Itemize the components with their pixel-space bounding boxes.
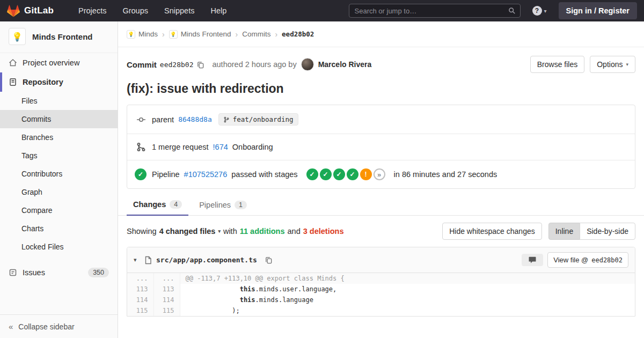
left-sidebar: 💡 Minds Frontend Project overview Reposi… bbox=[0, 21, 118, 338]
sign-in-button[interactable]: Sign in / Register bbox=[559, 2, 637, 19]
nav-snippets[interactable]: Snippets bbox=[164, 6, 194, 15]
breadcrumb-minds-frontend[interactable]: 💡 Minds Frontend bbox=[169, 30, 231, 39]
stage-warning-icon[interactable]: ! bbox=[360, 168, 372, 180]
collapse-sidebar-button[interactable]: « Collapse sidebar bbox=[0, 314, 118, 338]
sidebar-item-repository[interactable]: Repository bbox=[0, 72, 118, 92]
sidebar-item-locked-files[interactable]: Locked Files bbox=[0, 238, 118, 256]
tab-label: Changes bbox=[133, 200, 166, 209]
sidebar-item-project-overview[interactable]: Project overview bbox=[0, 53, 118, 72]
branch-chip[interactable]: feat/onboarding bbox=[218, 113, 298, 126]
merge-request-row: 1 merge request !674 Onboarding bbox=[127, 134, 635, 160]
issues-count-badge: 350 bbox=[88, 268, 109, 277]
repository-icon bbox=[9, 78, 17, 86]
new-line-number[interactable]: 114 bbox=[153, 295, 180, 305]
file-path[interactable]: src/app/app.component.ts bbox=[156, 256, 257, 264]
parent-sha-link[interactable]: 86488d8a bbox=[178, 115, 212, 123]
browse-files-button[interactable]: Browse files bbox=[530, 56, 584, 73]
sidebar-item-contributors[interactable]: Contributors bbox=[0, 165, 118, 183]
hide-whitespace-button[interactable]: Hide whitespace changes bbox=[442, 223, 542, 240]
help-dropdown[interactable]: ? ▾ bbox=[532, 6, 547, 16]
sidebar-item-files[interactable]: Files bbox=[0, 92, 118, 110]
chevron-right-icon: › bbox=[235, 30, 238, 39]
chevron-right-icon: › bbox=[162, 30, 165, 39]
changed-files-dropdown[interactable]: 4 changed files ▾ bbox=[159, 227, 221, 236]
and-label: and bbox=[288, 227, 301, 236]
stage-success-icon[interactable]: ✓ bbox=[320, 168, 332, 180]
breadcrumb-current-sha: eed28b02 bbox=[282, 30, 314, 38]
sidebar-item-tags[interactable]: Tags bbox=[0, 146, 118, 165]
breadcrumb: 💡 Minds › 💡 Minds Frontend › Commits › e… bbox=[118, 21, 644, 47]
side-by-side-view-button[interactable]: Side-by-side bbox=[580, 223, 635, 240]
author-name[interactable]: Marcelo Rivera bbox=[318, 60, 372, 69]
pipeline-status-text: passed with stages bbox=[231, 170, 297, 179]
file-diff-card: ▾ src/app/app.component.ts bbox=[127, 247, 635, 317]
code-line: this.minds.language bbox=[180, 295, 635, 305]
pipeline-label: Pipeline bbox=[152, 170, 180, 179]
file-diff-header: ▾ src/app/app.component.ts bbox=[127, 247, 635, 273]
chevron-down-icon: ▾ bbox=[626, 62, 628, 67]
old-line-number[interactable]: 115 bbox=[127, 305, 153, 316]
pipeline-id-link[interactable]: #107525276 bbox=[184, 170, 228, 179]
search-input[interactable] bbox=[354, 6, 508, 16]
collapse-label: Collapse sidebar bbox=[18, 322, 74, 331]
stage-skipped-icon[interactable]: » bbox=[374, 168, 385, 180]
copy-icon bbox=[196, 61, 204, 69]
sidebar-item-graph[interactable]: Graph bbox=[0, 183, 118, 201]
top-navbar: GitLab Projects Groups Snippets Help ? ▾… bbox=[0, 0, 644, 21]
view-file-sha: eed28b02 bbox=[591, 256, 623, 264]
project-avatar-small: 💡 bbox=[169, 30, 178, 39]
pipelines-count-badge: 1 bbox=[235, 201, 247, 209]
sidebar-item-branches[interactable]: Branches bbox=[0, 128, 118, 146]
nav-projects[interactable]: Projects bbox=[78, 6, 106, 15]
pipeline-status-success-icon[interactable]: ✓ bbox=[135, 168, 147, 180]
diff-line-row: 115 115 ); bbox=[127, 305, 635, 316]
stage-success-icon[interactable]: ✓ bbox=[347, 168, 358, 180]
old-line-number[interactable]: 113 bbox=[127, 284, 153, 295]
pipeline-row: ✓ Pipeline #107525276 passed with stages… bbox=[127, 160, 635, 188]
tab-changes[interactable]: Changes 4 bbox=[127, 194, 188, 216]
main-content: 💡 Minds › 💡 Minds Frontend › Commits › e… bbox=[118, 21, 644, 338]
merge-request-text: 1 merge request bbox=[152, 143, 209, 151]
home-icon bbox=[9, 58, 17, 67]
project-context-header[interactable]: 💡 Minds Frontend bbox=[0, 21, 118, 53]
sidebar-item-label: Project overview bbox=[23, 58, 79, 67]
new-line-number[interactable]: 113 bbox=[153, 284, 180, 295]
stage-success-icon[interactable]: ✓ bbox=[333, 168, 345, 180]
comment-button[interactable] bbox=[522, 254, 543, 266]
chevron-down-icon: ▾ bbox=[218, 229, 221, 234]
breadcrumb-minds[interactable]: 💡 Minds bbox=[127, 30, 158, 39]
file-icon bbox=[144, 256, 152, 264]
old-line-number[interactable]: ... bbox=[127, 273, 153, 284]
tab-pipelines[interactable]: Pipelines 1 bbox=[193, 194, 253, 216]
options-dropdown-button[interactable]: Options ▾ bbox=[590, 56, 635, 73]
branch-name: feat/onboarding bbox=[233, 115, 294, 123]
collapse-file-caret-icon[interactable]: ▾ bbox=[134, 256, 140, 263]
copy-sha-button[interactable] bbox=[193, 61, 208, 69]
sidebar-item-commits[interactable]: Commits bbox=[0, 110, 118, 128]
commit-sha: eed28b02 bbox=[160, 61, 194, 69]
view-file-button[interactable]: View file @ eed28b02 bbox=[547, 252, 628, 268]
pipeline-duration: in 86 minutes and 27 seconds bbox=[394, 170, 497, 179]
brand-name: GitLab bbox=[24, 5, 54, 16]
gitlab-home-link[interactable]: GitLab bbox=[7, 5, 54, 17]
copy-path-button[interactable] bbox=[261, 256, 276, 264]
sidebar-item-compare[interactable]: Compare bbox=[0, 201, 118, 219]
nav-help[interactable]: Help bbox=[210, 6, 226, 15]
chevron-right-icon: › bbox=[275, 30, 277, 39]
gitlab-logo-icon bbox=[7, 5, 20, 17]
sidebar-item-issues[interactable]: Issues 350 bbox=[0, 262, 118, 283]
commit-info-box: parent 86488d8a feat/onboarding bbox=[127, 105, 635, 189]
branch-icon bbox=[223, 116, 230, 123]
new-line-number[interactable]: ... bbox=[153, 273, 180, 284]
merge-request-link[interactable]: !674 bbox=[213, 143, 228, 151]
stage-success-icon[interactable]: ✓ bbox=[306, 168, 318, 180]
new-line-number[interactable]: 115 bbox=[153, 305, 180, 316]
inline-view-button[interactable]: Inline bbox=[548, 223, 580, 240]
diff-table: ... ... @@ -113,7 +113,10 @@ export clas… bbox=[127, 273, 635, 316]
hunk-header-row: ... ... @@ -113,7 +113,10 @@ export clas… bbox=[127, 273, 635, 284]
nav-groups[interactable]: Groups bbox=[122, 6, 148, 15]
breadcrumb-commits[interactable]: Commits bbox=[242, 30, 270, 38]
sidebar-item-charts[interactable]: Charts bbox=[0, 219, 118, 238]
view-file-label: View file @ bbox=[553, 256, 588, 264]
old-line-number[interactable]: 114 bbox=[127, 295, 153, 305]
